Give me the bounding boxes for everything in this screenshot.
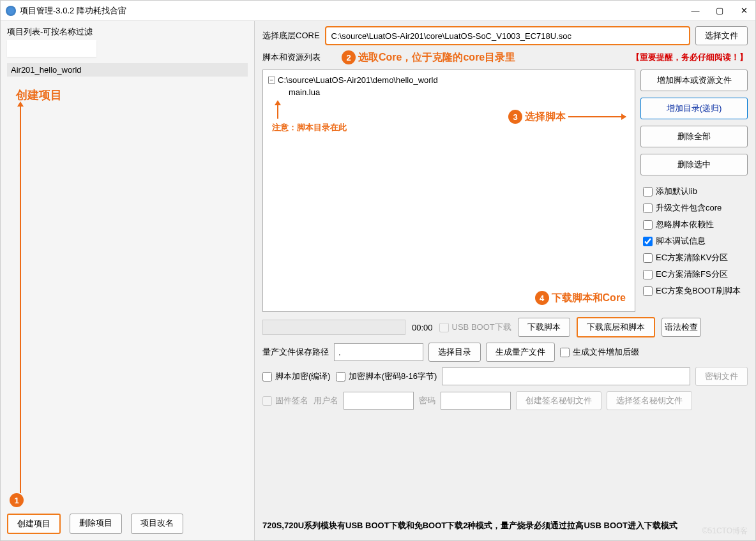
left-panel: 项目列表-可按名称过滤 Air201_hello_world 创建项目 1 创建… — [1, 21, 255, 540]
annot-1-arrow — [20, 105, 21, 493]
select-core-file-button[interactable]: 选择文件 — [695, 26, 748, 45]
encrypt-pwd-input — [442, 367, 690, 385]
project-filter-label: 项目列表-可按名称过滤 — [7, 26, 248, 38]
download-script-button[interactable]: 下载脚本 — [518, 318, 570, 337]
choose-dir-button[interactable]: 选择目录 — [428, 343, 481, 362]
annot-4-text: 下载脚本和Core — [552, 292, 626, 305]
important-warning: 【重要提醒，务必仔细阅读！】 — [631, 52, 748, 63]
progress-time: 00:00 — [412, 323, 433, 332]
check-encrypt-compile[interactable] — [262, 372, 272, 382]
minimize-icon[interactable]: — — [689, 6, 702, 15]
tree-note-arrow — [277, 105, 278, 119]
project-list[interactable]: Air201_hello_world — [7, 63, 248, 508]
annot-badge-4: 4 — [535, 291, 549, 305]
choose-sign-key-button: 选择签名秘钥文件 — [607, 391, 692, 410]
project-filter-input[interactable] — [7, 40, 96, 57]
close-icon[interactable]: ✕ — [737, 6, 750, 15]
mass-path-label: 量产文件保存路径 — [262, 346, 329, 358]
progress-bar — [262, 320, 405, 335]
project-item[interactable]: Air201_hello_world — [7, 63, 248, 77]
tree-note-text: 注意：脚本目录在此 — [272, 122, 347, 132]
footer-note: 720S,720U系列模块有USB BOOT下载和免BOOT下载2种模式，量产烧… — [262, 520, 748, 535]
annot-badge-3: 3 — [508, 110, 522, 124]
rename-project-button[interactable]: 项目改名 — [131, 514, 183, 534]
sign-pwd-label: 密码 — [419, 395, 435, 406]
annot-badge-2: 2 — [342, 50, 356, 64]
add-directory-button[interactable]: 增加目录(递归) — [640, 98, 748, 119]
delete-project-button[interactable]: 删除项目 — [70, 514, 122, 534]
script-tree[interactable]: − C:\source\LuatOS-Air201\demo\hello_wor… — [262, 70, 635, 312]
check-add-lib[interactable] — [643, 187, 653, 196]
remove-selected-button[interactable]: 删除选中 — [640, 154, 748, 175]
tree-root-path[interactable]: C:\source\LuatOS-Air201\demo\hello_world — [278, 75, 438, 85]
annot-3-text: 选择脚本 — [525, 110, 566, 124]
core-label: 选择底层CORE — [262, 30, 320, 41]
watermark: ©51CTO博客 — [702, 526, 748, 537]
create-sign-key-button: 创建签名秘钥文件 — [516, 391, 601, 410]
check-ignore-deps[interactable] — [643, 220, 653, 230]
annot-3-arrow — [568, 116, 626, 117]
tree-collapse-icon[interactable]: − — [268, 77, 275, 84]
check-firmware-sign — [262, 396, 272, 406]
titlebar: 项目管理-3.0.2 降功耗找合宙 — ▢ ✕ — [1, 1, 755, 21]
window-title: 项目管理-3.0.2 降功耗找合宙 — [20, 5, 689, 17]
download-core-script-button[interactable]: 下载底层和脚本 — [577, 317, 655, 337]
maximize-icon[interactable]: ▢ — [713, 6, 726, 15]
tree-file[interactable]: main.lua — [268, 87, 630, 97]
sign-user-input — [344, 392, 414, 410]
mass-path-input[interactable] — [334, 343, 423, 361]
check-ec-clear-kv[interactable] — [643, 253, 653, 263]
core-path-input[interactable] — [325, 26, 690, 45]
right-panel: 选择底层CORE 选择文件 脚本和资源列表 2 选取Core，位于克隆的core… — [255, 21, 755, 540]
check-encrypt-pwd[interactable] — [336, 372, 345, 382]
annot-2-text: 选取Core，位于克隆的core目录里 — [358, 51, 515, 64]
check-ec-no-boot[interactable] — [643, 286, 653, 296]
check-upgrade-core[interactable] — [643, 204, 653, 213]
create-project-button[interactable]: 创建项目 — [7, 514, 61, 534]
sign-user-label: 用户名 — [314, 395, 338, 406]
key-file-button: 密钥文件 — [695, 367, 748, 386]
sign-pwd-input — [441, 392, 511, 410]
check-usb-boot — [439, 323, 449, 332]
check-gen-suffix[interactable] — [560, 348, 570, 357]
check-ec-clear-fs[interactable] — [643, 270, 653, 279]
script-list-label: 脚本和资源列表 — [262, 52, 321, 63]
check-debug-info[interactable] — [643, 237, 653, 246]
app-icon — [6, 6, 16, 16]
syntax-check-button[interactable]: 语法检查 — [662, 318, 701, 337]
add-script-file-button[interactable]: 增加脚本或资源文件 — [640, 70, 748, 91]
remove-all-button[interactable]: 删除全部 — [640, 126, 748, 147]
gen-mass-file-button[interactable]: 生成量产文件 — [486, 343, 555, 362]
